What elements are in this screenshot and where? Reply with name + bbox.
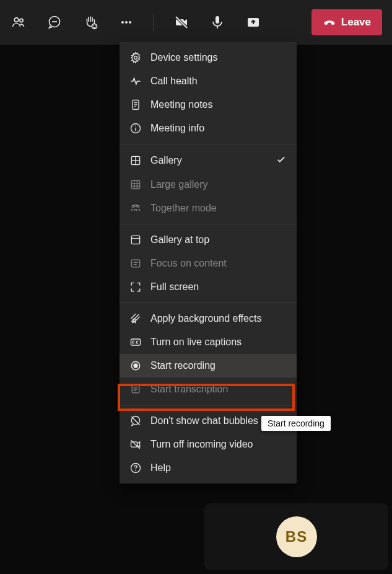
tooltip: Start recording: [261, 416, 331, 431]
svg-rect-52: [131, 442, 137, 447]
check-icon: [276, 154, 287, 167]
menu-item-label: Turn off incoming video: [150, 439, 253, 450]
menu-item-label: Gallery: [150, 155, 182, 166]
menu-item-label: Apply background effects: [150, 313, 261, 324]
svg-point-31: [132, 205, 134, 207]
transcription-icon: [129, 383, 142, 395]
toolbar-divider: [154, 14, 154, 31]
share-screen-button[interactable]: [245, 14, 262, 31]
pulse-icon: [129, 75, 142, 87]
menu-item-label: Full screen: [150, 281, 199, 293]
menu-help[interactable]: Help: [120, 456, 297, 480]
reactions-button[interactable]: [82, 14, 99, 31]
svg-point-0: [14, 18, 19, 22]
together-icon: [129, 202, 142, 214]
menu-meeting-info[interactable]: Meeting info: [120, 117, 297, 140]
menu-item-label: Start transcription: [150, 384, 228, 395]
menu-live-captions[interactable]: Turn on live captions: [120, 330, 297, 354]
menu-start-transcription: Start transcription: [120, 378, 297, 401]
menu-item-label: Device settings: [150, 52, 218, 63]
camera-off-button[interactable]: [173, 14, 190, 31]
menu-item-label: Help: [150, 462, 171, 474]
grid-3x3-icon: [129, 179, 142, 191]
svg-point-22: [135, 125, 136, 126]
svg-rect-34: [131, 236, 139, 244]
menu-item-label: Large gallery: [150, 179, 208, 190]
more-actions-button[interactable]: [118, 14, 135, 31]
fullscreen-icon: [129, 281, 142, 293]
video-off-icon: [129, 438, 142, 451]
menu-focus-on-content: Focus on content: [120, 252, 297, 275]
svg-point-9: [129, 21, 131, 24]
svg-rect-36: [131, 260, 139, 267]
svg-point-33: [137, 205, 139, 207]
menu-item-label: Don't show chat bubbles: [150, 415, 258, 426]
svg-point-6: [95, 25, 96, 27]
menu-item-label: Focus on content: [150, 258, 227, 269]
info-icon: [129, 122, 142, 135]
focus-content-icon: [129, 257, 142, 270]
menu-separator: [120, 405, 297, 405]
menu-separator: [120, 224, 297, 224]
menu-device-settings[interactable]: Device settings: [120, 46, 297, 69]
meeting-toolbar: Leave: [0, 0, 392, 45]
svg-point-15: [134, 56, 137, 60]
menu-item-label: Meeting notes: [150, 99, 213, 110]
grid-2x2-icon: [129, 154, 142, 167]
menu-item-label: Turn on live captions: [150, 337, 242, 348]
background-effects-icon: [129, 312, 142, 325]
cc-icon: [129, 336, 142, 348]
menu-item-label: Gallery at top: [150, 234, 209, 245]
participant-tile: BS: [204, 503, 388, 570]
record-icon: [129, 360, 142, 372]
svg-rect-13: [216, 16, 219, 24]
menu-full-screen[interactable]: Full screen: [120, 275, 297, 299]
svg-point-7: [121, 21, 124, 24]
menu-apply-background-effects[interactable]: Apply background effects: [120, 307, 297, 330]
notes-icon: [129, 99, 142, 111]
menu-call-health[interactable]: Call health: [120, 69, 297, 93]
svg-point-55: [135, 470, 136, 471]
people-button[interactable]: [10, 14, 27, 31]
menu-large-gallery: Large gallery: [120, 173, 297, 196]
chat-button[interactable]: [46, 14, 63, 31]
gear-icon: [129, 51, 142, 64]
menu-separator: [120, 144, 297, 144]
gallery-top-icon: [129, 234, 142, 246]
leave-button[interactable]: Leave: [311, 9, 382, 35]
menu-item-label: Together mode: [150, 203, 217, 214]
menu-incoming-video[interactable]: Turn off incoming video: [120, 433, 297, 456]
avatar: BS: [276, 516, 317, 557]
menu-item-label: Start recording: [150, 360, 216, 371]
svg-point-45: [134, 364, 137, 368]
svg-point-8: [125, 21, 128, 24]
help-icon: [129, 462, 142, 474]
hangup-icon: [323, 15, 336, 29]
svg-point-5: [93, 25, 94, 27]
menu-gallery[interactable]: Gallery: [120, 148, 297, 173]
menu-together-mode: Together mode: [120, 196, 297, 220]
menu-item-label: Call health: [150, 76, 198, 87]
menu-meeting-notes[interactable]: Meeting notes: [120, 93, 297, 117]
leave-label: Leave: [341, 16, 371, 29]
chat-off-icon: [129, 415, 142, 427]
svg-point-1: [20, 19, 23, 22]
menu-item-label: Meeting info: [150, 123, 204, 134]
menu-start-recording[interactable]: Start recording: [120, 354, 297, 378]
svg-point-32: [134, 205, 136, 206]
menu-separator: [120, 302, 297, 303]
svg-point-42: [133, 319, 135, 321]
svg-rect-26: [131, 180, 139, 188]
microphone-button[interactable]: [209, 14, 226, 31]
menu-gallery-at-top[interactable]: Gallery at top: [120, 228, 297, 252]
